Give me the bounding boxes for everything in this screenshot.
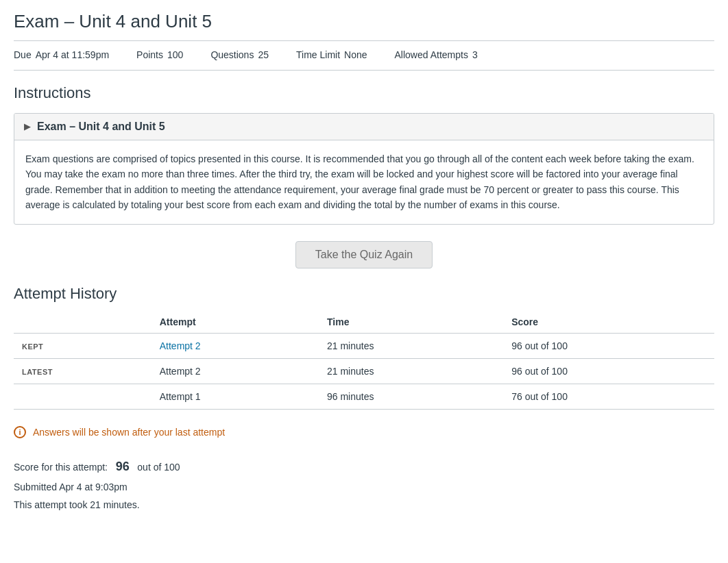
allowed-attempts-label: Allowed Attempts — [395, 49, 468, 60]
meta-allowed-attempts: Allowed Attempts 3 — [395, 49, 478, 60]
answers-notice-text: Answers will be shown after your last at… — [33, 427, 225, 438]
instructions-body: Exam questions are comprised of topics p… — [14, 140, 714, 224]
submitted-line: Submitted Apr 4 at 9:03pm — [14, 478, 714, 497]
points-value: 100 — [167, 49, 183, 60]
chevron-right-icon: ▶ — [24, 122, 30, 132]
due-label: Due — [14, 49, 32, 60]
time-cell: 21 minutes — [319, 358, 503, 384]
meta-questions: Questions 25 — [210, 49, 269, 60]
points-label: Points — [136, 49, 163, 60]
instructions-box-title: Exam – Unit 4 and Unit 5 — [37, 121, 165, 133]
instructions-box: ▶ Exam – Unit 4 and Unit 5 Exam question… — [14, 113, 714, 225]
score-cell: 76 out of 100 — [503, 384, 714, 409]
table-row: Attempt 1 96 minutes 76 out of 100 — [14, 384, 714, 409]
score-summary: Score for this attempt: 96 out of 100 Su… — [14, 455, 714, 514]
col-attempt: Attempt — [151, 311, 319, 334]
attempt-cell: Attempt 1 — [151, 384, 319, 409]
table-row: KEPT Attempt 2 21 minutes 96 out of 100 — [14, 333, 714, 358]
score-value: 96 — [116, 460, 130, 473]
attempt-history-title: Attempt History — [14, 285, 714, 303]
meta-row: Due Apr 4 at 11:59pm Points 100 Question… — [14, 49, 714, 71]
due-value: Apr 4 at 11:59pm — [36, 49, 109, 60]
badge-cell: KEPT — [14, 333, 151, 358]
attempt-history-table: Attempt Time Score KEPT Attempt 2 21 min… — [14, 311, 714, 410]
instructions-header[interactable]: ▶ Exam – Unit 4 and Unit 5 — [14, 114, 714, 140]
attempt-cell[interactable]: Attempt 2 — [151, 333, 319, 358]
score-for-attempt-line: Score for this attempt: 96 out of 100 — [14, 455, 714, 478]
answers-notice: i Answers will be shown after your last … — [14, 423, 714, 441]
instructions-text: Exam questions are comprised of topics p… — [25, 151, 703, 213]
col-time: Time — [319, 311, 503, 334]
col-score: Score — [503, 311, 714, 334]
allowed-attempts-value: 3 — [472, 49, 478, 60]
instructions-section-title: Instructions — [14, 84, 714, 102]
quiz-button-container: Take the Quiz Again — [14, 241, 714, 268]
time-limit-label: Time Limit — [296, 49, 340, 60]
score-out-of: out of 100 — [137, 462, 180, 473]
questions-value: 25 — [258, 49, 269, 60]
score-cell: 96 out of 100 — [503, 333, 714, 358]
take-quiz-again-button[interactable]: Take the Quiz Again — [295, 241, 433, 268]
page-title: Exam – Unit 4 and Unit 5 — [14, 11, 714, 41]
duration-line: This attempt took 21 minutes. — [14, 496, 714, 514]
badge-cell: LATEST — [14, 358, 151, 384]
col-badge — [14, 311, 151, 334]
time-limit-value: None — [344, 49, 367, 60]
score-cell: 96 out of 100 — [503, 358, 714, 384]
score-label: Score for this attempt: — [14, 462, 108, 473]
meta-points: Points 100 — [136, 49, 183, 60]
time-cell: 96 minutes — [319, 384, 503, 409]
meta-time-limit: Time Limit None — [296, 49, 367, 60]
attempt-cell: Attempt 2 — [151, 358, 319, 384]
meta-due: Due Apr 4 at 11:59pm — [14, 49, 109, 60]
info-icon: i — [14, 426, 26, 438]
badge-cell — [14, 384, 151, 409]
time-cell: 21 minutes — [319, 333, 503, 358]
table-row: LATEST Attempt 2 21 minutes 96 out of 10… — [14, 358, 714, 384]
questions-label: Questions — [210, 49, 254, 60]
